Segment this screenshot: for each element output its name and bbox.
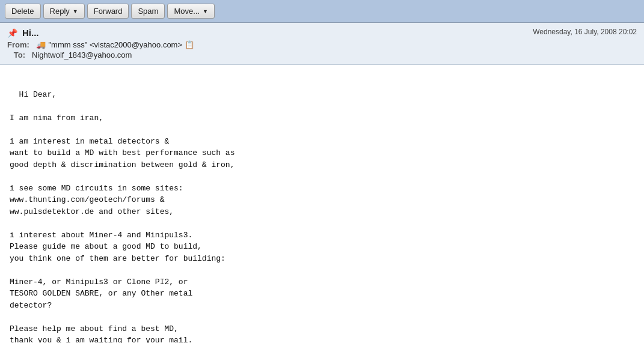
email-date: Wednesday, 16 July, 2008 20:02 xyxy=(533,28,637,36)
toolbar: Delete Reply ▼ Forward Spam Move... ▼ xyxy=(0,0,644,23)
delete-button[interactable]: Delete xyxy=(5,4,41,19)
reply-button[interactable]: Reply ▼ xyxy=(43,4,85,19)
forward-label: Forward xyxy=(94,7,123,16)
from-label: From: xyxy=(7,40,29,49)
email-from-line: From: 🚚 "mmm sss" <vistac2000@yahoo.com>… xyxy=(7,40,637,49)
reply-label: Reply xyxy=(50,7,70,16)
move-button[interactable]: Move... ▼ xyxy=(167,4,215,19)
spam-button[interactable]: Spam xyxy=(131,4,165,19)
move-label: Move... xyxy=(174,7,200,16)
spam-label: Spam xyxy=(138,7,158,16)
email-subject-line: 📌 Hi... Wednesday, 16 July, 2008 20:02 xyxy=(7,28,637,38)
thumbtack-icon: 📌 xyxy=(7,28,17,38)
address-book-icon: 📋 xyxy=(185,40,194,49)
from-address: "mmm sss" <vistac2000@yahoo.com> xyxy=(48,40,182,49)
email-header: 📌 Hi... Wednesday, 16 July, 2008 20:02 F… xyxy=(0,23,644,65)
to-label: To: xyxy=(14,50,25,59)
move-dropdown-arrow[interactable]: ▼ xyxy=(203,8,208,14)
email-subject: 📌 Hi... xyxy=(7,28,39,38)
subject-text: Hi... xyxy=(22,28,39,38)
forward-button[interactable]: Forward xyxy=(87,4,129,19)
email-body-text: Hi Dear, I am nima from iran, i am inter… xyxy=(10,90,235,344)
email-from-icon: 🚚 xyxy=(36,40,46,49)
email-body: Hi Dear, I am nima from iran, i am inter… xyxy=(0,65,644,343)
delete-label: Delete xyxy=(11,7,34,16)
to-address: Nightwolf_1843@yahoo.com xyxy=(32,50,132,59)
email-to-line: To: Nightwolf_1843@yahoo.com xyxy=(7,50,637,59)
reply-dropdown-arrow[interactable]: ▼ xyxy=(73,8,78,14)
